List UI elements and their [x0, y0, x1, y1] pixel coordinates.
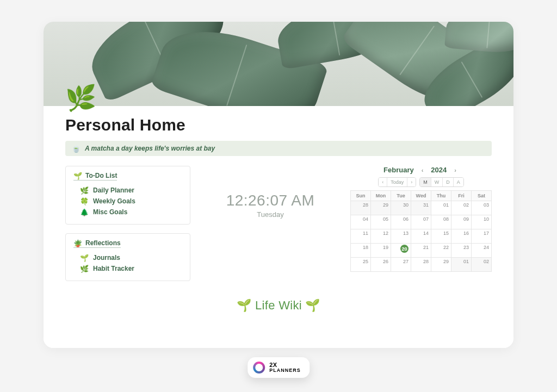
life-wiki-label: Life Wiki — [255, 298, 302, 312]
calendar-today-button[interactable]: Today — [387, 178, 407, 186]
calendar-day[interactable]: 06 — [391, 215, 411, 229]
seedling-icon: 🌱 — [305, 298, 320, 312]
calendar-day[interactable]: 09 — [451, 215, 472, 229]
calendar-day[interactable]: 30 — [391, 201, 411, 215]
item-icon: 🌲 — [80, 209, 89, 216]
calendar-widget: February ‹ 2024 › ‹ Today › MWDA SunMonT… — [350, 166, 492, 272]
item-icon: 🌱 — [80, 254, 89, 262]
item-icon: 🌿 — [80, 265, 89, 272]
calendar-view-w[interactable]: W — [431, 178, 443, 186]
calendar-day[interactable]: 04 — [351, 215, 371, 229]
reflections-item[interactable]: 🌿Habit Tracker — [73, 263, 182, 274]
calendar-weekday: Tue — [391, 191, 411, 201]
calendar-day[interactable]: 21 — [411, 244, 431, 258]
calendar-day[interactable]: 02 — [451, 201, 472, 215]
calendar-today-marker: 20 — [400, 245, 409, 253]
item-label: Habit Tracker — [93, 265, 134, 272]
reflections-item[interactable]: 🌱Journals — [73, 252, 182, 263]
calendar-day[interactable]: 15 — [431, 229, 451, 244]
calendar-day[interactable]: 03 — [472, 201, 492, 215]
calendar-day[interactable]: 16 — [451, 229, 472, 244]
todo-item[interactable]: 🌲Misc Goals — [73, 207, 182, 217]
calendar-day[interactable]: 10 — [472, 215, 492, 229]
todo-item[interactable]: 🌿Daily Planner — [73, 185, 182, 196]
plant-icon: 🪴 — [73, 240, 82, 247]
calendar-day[interactable]: 08 — [431, 215, 451, 229]
item-icon: 🌿 — [80, 187, 89, 194]
calendar-weekday: Wed — [411, 191, 431, 201]
calendar-prev2-button[interactable]: ‹ — [379, 178, 387, 186]
calendar-day[interactable]: 19 — [371, 244, 391, 258]
item-label: Daily Planner — [93, 186, 134, 194]
page-icon: 🌿 — [65, 85, 96, 110]
calendar-view-a[interactable]: A — [453, 178, 463, 186]
calendar-day[interactable]: 28 — [411, 258, 431, 272]
calendar-weekday: Sun — [351, 191, 371, 201]
badge-line2: PLANNERS — [269, 368, 301, 373]
reflections-title: Reflections — [85, 239, 121, 247]
calendar-year: 2024 — [431, 166, 447, 174]
calendar-day[interactable]: 11 — [351, 229, 371, 244]
calendar-view-m[interactable]: M — [420, 178, 431, 186]
calendar-day[interactable]: 13 — [391, 229, 411, 244]
calendar-day[interactable]: 07 — [411, 215, 431, 229]
planners-badge[interactable]: 2X PLANNERS — [247, 357, 310, 378]
todo-item[interactable]: 🍀Weekly Goals — [73, 196, 182, 207]
quote-text: A matcha a day keeps life's worries at b… — [85, 145, 215, 152]
calendar-grid[interactable]: SunMonTueWedThuFriSat 282930310102030405… — [350, 190, 492, 272]
reflections-heading[interactable]: 🪴 Reflections — [73, 239, 121, 248]
planners-logo-icon — [253, 362, 265, 374]
calendar-day[interactable]: 02 — [472, 258, 492, 272]
cover-image — [44, 22, 513, 106]
calendar-day[interactable]: 01 — [451, 258, 472, 272]
calendar-next-button[interactable]: › — [452, 167, 459, 173]
calendar-month: February — [383, 166, 414, 174]
item-label: Journals — [93, 254, 120, 262]
calendar-day[interactable]: 28 — [351, 201, 371, 215]
calendar-day[interactable]: 25 — [351, 258, 371, 272]
page-title: Personal Home — [65, 106, 492, 134]
calendar-day[interactable]: 27 — [391, 258, 411, 272]
calendar-day[interactable]: 01 — [431, 201, 451, 215]
calendar-weekday: Sat — [472, 191, 492, 201]
calendar-weekday: Thu — [431, 191, 451, 201]
calendar-weekday: Fri — [451, 191, 472, 201]
life-wiki-heading: 🌱 Life Wiki 🌱 — [65, 298, 492, 313]
calendar-day[interactable]: 31 — [411, 201, 431, 215]
calendar-weekday: Mon — [371, 191, 391, 201]
calendar-day[interactable]: 14 — [411, 229, 431, 244]
seedling-icon: 🌱 — [73, 172, 82, 179]
calendar-day[interactable]: 17 — [472, 229, 492, 244]
clock-day: Tuesday — [257, 210, 283, 219]
calendar-day[interactable]: 23 — [451, 244, 472, 258]
calendar-day[interactable]: 22 — [431, 244, 451, 258]
todo-card: 🌱 To-Do List 🌿Daily Planner🍀Weekly Goals… — [65, 166, 190, 225]
calendar-day[interactable]: 24 — [472, 244, 492, 258]
item-label: Misc Goals — [93, 208, 127, 216]
calendar-day[interactable]: 20 — [391, 244, 411, 258]
calendar-day[interactable]: 12 — [371, 229, 391, 244]
quote-callout: 🍵 A matcha a day keeps life's worries at… — [65, 141, 492, 156]
calendar-prev-button[interactable]: ‹ — [419, 167, 426, 173]
calendar-day[interactable]: 18 — [351, 244, 371, 258]
quote-icon: 🍵 — [72, 145, 81, 152]
calendar-day[interactable]: 26 — [371, 258, 391, 272]
clock-widget: 12:26:07 AM Tuesday — [203, 166, 337, 219]
calendar-next2-button[interactable]: › — [407, 178, 416, 186]
calendar-day[interactable]: 05 — [371, 215, 391, 229]
calendar-day[interactable]: 29 — [371, 201, 391, 215]
app-window: 🌿 Personal Home 🍵 A matcha a day keeps l… — [44, 22, 513, 348]
item-icon: 🍀 — [80, 198, 89, 205]
calendar-day[interactable]: 29 — [431, 258, 451, 272]
todo-heading[interactable]: 🌱 To-Do List — [73, 172, 117, 181]
reflections-card: 🪴 Reflections 🌱Journals🌿Habit Tracker — [65, 233, 190, 281]
calendar-view-d[interactable]: D — [442, 178, 453, 186]
clock-time: 12:26:07 AM — [226, 192, 315, 209]
todo-title: To-Do List — [85, 172, 117, 179]
seedling-icon: 🌱 — [237, 298, 251, 312]
item-label: Weekly Goals — [93, 197, 135, 205]
